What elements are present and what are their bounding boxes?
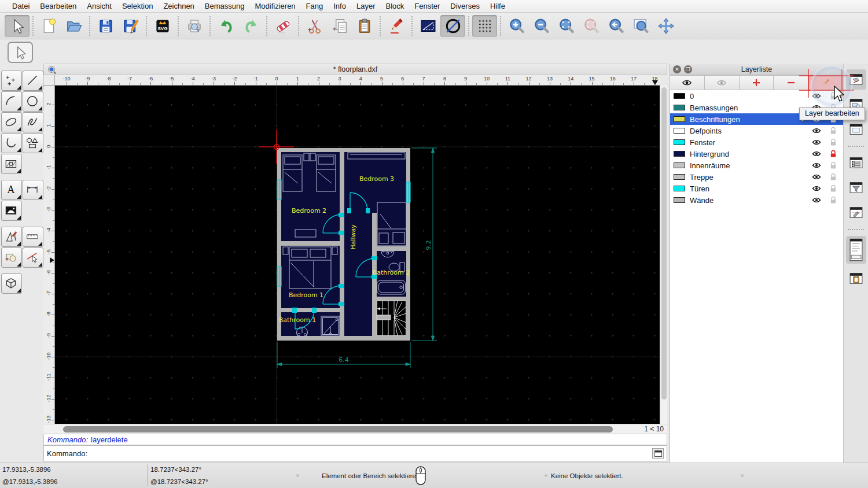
menu-hilfe[interactable]: Hilfe bbox=[485, 0, 510, 12]
toolbar-cut-button[interactable] bbox=[302, 15, 327, 37]
eye-icon[interactable] bbox=[812, 184, 821, 193]
eye-icon[interactable] bbox=[812, 149, 821, 158]
show-all-eye-button[interactable] bbox=[670, 75, 705, 90]
tool-spline-button[interactable] bbox=[23, 112, 43, 132]
panel-close-button[interactable]: ✕ bbox=[673, 65, 681, 73]
toolbar-arrow-select-button[interactable] bbox=[5, 15, 30, 37]
lock-icon[interactable] bbox=[829, 161, 838, 170]
lock-icon[interactable] bbox=[829, 138, 838, 147]
command-input[interactable] bbox=[92, 448, 650, 459]
tool-points-button[interactable] bbox=[1, 71, 22, 91]
eye-icon[interactable] bbox=[812, 161, 821, 170]
lock-icon[interactable] bbox=[829, 126, 838, 135]
toolbar-draw-pen-button[interactable] bbox=[384, 15, 409, 37]
undo-icon bbox=[218, 17, 235, 35]
menu-ansicht[interactable]: Ansicht bbox=[82, 0, 117, 12]
toolbar-save-as-button[interactable] bbox=[118, 15, 143, 37]
lock-icon[interactable] bbox=[829, 184, 838, 193]
toolbar-undo-button[interactable] bbox=[214, 15, 238, 37]
menu-fenster[interactable]: Fenster bbox=[409, 0, 445, 12]
palette-row bbox=[1, 227, 45, 247]
toolbar-save-button[interactable] bbox=[93, 15, 118, 37]
tool-circle-button[interactable] bbox=[23, 91, 43, 112]
drawing-canvas[interactable]: Bedroom 2 Bedroom 3 Bedroom 1 Bathroom 1… bbox=[55, 86, 660, 424]
lock-icon[interactable] bbox=[829, 149, 838, 158]
edit-mode-arrow-button[interactable] bbox=[8, 42, 33, 63]
tool-ellipse-button[interactable] bbox=[1, 112, 22, 132]
tool-arc-button[interactable] bbox=[1, 91, 22, 112]
menu-zeichnen[interactable]: Zeichnen bbox=[158, 0, 199, 12]
toolbar-svg-export-button[interactable]: SVG bbox=[150, 15, 175, 37]
toolbar-zoom-out-button[interactable] bbox=[529, 15, 554, 37]
menu-diverses[interactable]: Diverses bbox=[445, 0, 485, 12]
tool-shapes-button[interactable] bbox=[23, 133, 43, 153]
menu-info[interactable]: Info bbox=[328, 0, 351, 12]
layer-row-Fenster[interactable]: Fenster bbox=[670, 136, 843, 148]
tool-polyline-button[interactable] bbox=[1, 133, 22, 153]
tool-select-entity-button[interactable] bbox=[23, 247, 43, 268]
tool-dimension-button[interactable] bbox=[23, 180, 43, 200]
toolbar-copy-button[interactable] bbox=[327, 15, 352, 37]
submenu-corner-icon bbox=[38, 263, 42, 267]
dock-list-toggle-button[interactable] bbox=[846, 153, 866, 173]
menu-bearbeiten[interactable]: Bearbeiten bbox=[35, 0, 82, 12]
layer-row-Hintergrund[interactable]: Hintergrund bbox=[670, 148, 843, 160]
hide-all-eye-button[interactable] bbox=[704, 75, 740, 90]
lock-icon[interactable] bbox=[829, 172, 838, 182]
tool-measure-button[interactable] bbox=[23, 227, 43, 247]
toolbar-zoom-previous-button[interactable] bbox=[604, 15, 628, 37]
tool-image-button[interactable] bbox=[1, 201, 22, 221]
layer-row-Innenräume[interactable]: Innenräume bbox=[670, 160, 843, 171]
toolbar-new-file-button[interactable] bbox=[36, 15, 61, 37]
layer-row-Treppe[interactable]: Treppe bbox=[670, 171, 843, 183]
layer-row-Defpoints[interactable]: Defpoints bbox=[670, 125, 843, 136]
lock-icon[interactable] bbox=[829, 195, 838, 205]
menu-modifizieren[interactable]: Modifizieren bbox=[250, 0, 301, 12]
dock-clipboard-toggle-button[interactable] bbox=[846, 268, 866, 289]
eye-icon[interactable] bbox=[812, 138, 821, 147]
tool-hatch-button[interactable] bbox=[1, 154, 22, 174]
vertical-scrollbar-thumb[interactable] bbox=[661, 87, 667, 400]
dock-filter-toggle-button[interactable] bbox=[846, 178, 866, 198]
menu-layer[interactable]: Layer bbox=[351, 0, 381, 12]
toolbar-paste-button[interactable] bbox=[352, 15, 377, 37]
toolbar-open-file-button[interactable] bbox=[61, 15, 86, 37]
vertical-scrollbar[interactable] bbox=[660, 86, 667, 424]
tool-modify-button[interactable] bbox=[1, 227, 22, 247]
eye-icon[interactable] bbox=[812, 195, 821, 205]
add-layer-button[interactable] bbox=[739, 75, 774, 90]
toolbar-zoom-pan-button[interactable] bbox=[653, 15, 678, 37]
layer-name: 0 bbox=[690, 92, 812, 101]
dock-library-toggle-button[interactable] bbox=[846, 119, 866, 139]
layer-row-Türen[interactable]: Türen bbox=[670, 183, 843, 194]
toolbar-delete-eraser-button[interactable] bbox=[270, 15, 295, 37]
dock-command-toggle-button[interactable] bbox=[846, 236, 866, 264]
toolbar-grid-toggle-button[interactable] bbox=[472, 15, 497, 37]
menu-block[interactable]: Block bbox=[380, 0, 409, 12]
menu-selektion[interactable]: Selektion bbox=[117, 0, 158, 12]
toolbar-zoom-window-button[interactable] bbox=[628, 15, 653, 37]
eye-icon[interactable] bbox=[812, 172, 821, 182]
toolbar-circle-tool-button[interactable] bbox=[440, 15, 465, 37]
horizontal-scrollbar-thumb[interactable] bbox=[63, 426, 613, 432]
eye-icon[interactable] bbox=[812, 126, 821, 135]
toolbar-print-preview-button[interactable] bbox=[182, 15, 207, 37]
toolbar-zoom-auto-button[interactable] bbox=[554, 15, 579, 37]
panel-float-button[interactable]: ❐ bbox=[684, 65, 692, 73]
dock-pen-toggle-button[interactable] bbox=[846, 202, 866, 223]
toolbar-line-tool-button[interactable] bbox=[415, 15, 440, 37]
toolbar-zoom-in-button[interactable] bbox=[504, 15, 529, 37]
tool-blocks-button[interactable] bbox=[1, 247, 22, 268]
svg-export-icon: SVG bbox=[154, 17, 171, 35]
tool-text-button[interactable]: A bbox=[1, 180, 22, 200]
menu-datei[interactable]: Datei bbox=[7, 0, 35, 12]
menu-bemassung[interactable]: Bemassung bbox=[200, 0, 250, 12]
tool-line-button[interactable] bbox=[23, 71, 43, 91]
command-options-button[interactable] bbox=[652, 448, 664, 459]
layer-row-Wände[interactable]: Wände bbox=[670, 194, 843, 206]
horizontal-scrollbar[interactable]: 1 < 10 bbox=[43, 424, 667, 434]
menu-fang[interactable]: Fang bbox=[301, 0, 329, 12]
tool-solid-3d-button[interactable] bbox=[1, 273, 22, 294]
toolbar-redo-button[interactable] bbox=[238, 15, 263, 37]
document-title-bar[interactable]: * floorplan.dxf bbox=[43, 64, 667, 75]
